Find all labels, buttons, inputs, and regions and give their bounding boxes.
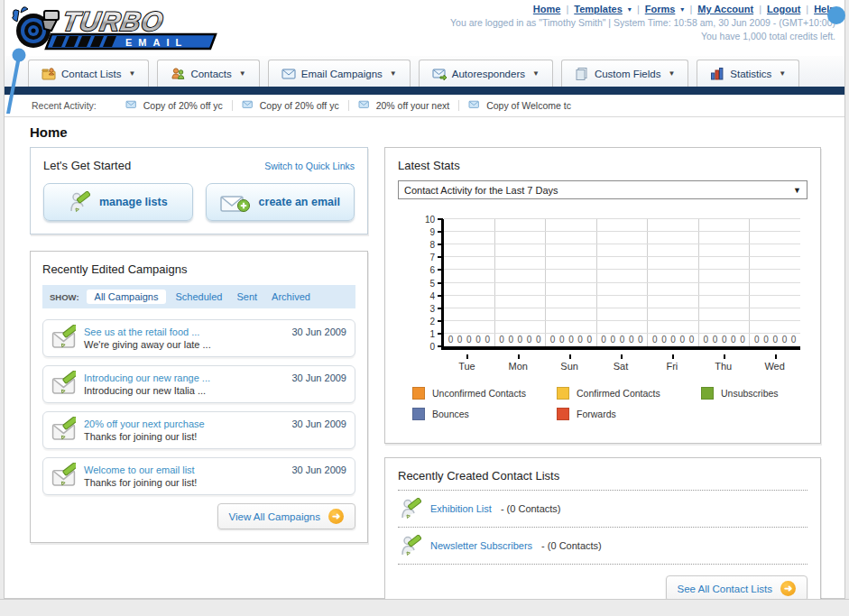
chart-y-tick-mark: [438, 256, 443, 258]
campaign-list-item[interactable]: See us at the retail food ...We're givin…: [42, 319, 355, 357]
campaign-list-item[interactable]: Welcome to our email listThanks for join…: [42, 457, 355, 495]
envelope-pencil-icon: [51, 417, 76, 444]
chart-gridline: [444, 269, 800, 270]
contact-list-name-link[interactable]: Exhibition List: [430, 503, 492, 514]
login-status-text: You are logged in as "Timothy Smith" | S…: [450, 17, 835, 28]
tab-contacts[interactable]: Contacts▼: [157, 60, 259, 87]
chart-y-tick-label: 5: [429, 278, 435, 288]
legend-label: Unconfirmed Contacts: [432, 388, 526, 399]
tab-label: Statistics: [730, 69, 771, 79]
recent-activity-item[interactable]: Copy of 20% off yc: [116, 100, 233, 111]
recent-activity-item[interactable]: Copy of 20% off yc: [233, 100, 349, 111]
top-nav-link-logout[interactable]: Logout: [767, 4, 800, 14]
chart-gridline: [444, 308, 800, 308]
campaign-title-link[interactable]: Introducing our new range ...: [84, 372, 291, 383]
chart-day-group: 00000: [699, 219, 751, 346]
view-all-campaigns-button[interactable]: View All Campaigns ➜: [217, 503, 355, 529]
recent-activity-item-label: Copy of Welcome tc: [486, 100, 571, 111]
stats-period-value: Contact Activity for the Last 7 Days: [404, 185, 558, 196]
see-all-contact-lists-button[interactable]: See All Contact Lists ➜: [666, 575, 807, 602]
chart-y-tick-mark: [438, 345, 443, 347]
chevron-down-icon: ▾: [680, 5, 684, 14]
chart-value-label: 0: [536, 336, 541, 345]
contact-list-item[interactable]: Newsletter Subscribers- (0 Contacts): [398, 528, 807, 564]
top-nav-link-forms[interactable]: Forms: [645, 4, 676, 14]
chart-gridline: [444, 333, 800, 334]
chart-x-tick-label: Thu: [697, 354, 749, 374]
chart-gridline: [444, 244, 800, 244]
chart-value-label: 0: [527, 336, 532, 345]
show-label: SHOW:: [50, 292, 79, 302]
chart-day-group: 00000: [546, 219, 597, 346]
create-an-email-button[interactable]: create an email: [206, 183, 355, 221]
help-bubble-icon[interactable]: [827, 6, 845, 24]
campaign-subject: Thanks for joining our list!: [84, 477, 291, 488]
campaign-subject: Introducing our new Italia ...: [84, 385, 291, 396]
chart-value-label: 0: [722, 336, 727, 345]
get-started-panel: Let's Get Started Switch to Quick Links …: [30, 147, 368, 234]
chart-value-label: 0: [772, 336, 778, 345]
campaign-filters: All CampaignsScheduledSentArchived: [87, 290, 325, 304]
envelope-pencil-icon: [51, 325, 76, 352]
contact-list-name-link[interactable]: Newsletter Subscribers: [430, 540, 532, 551]
tab-autoresponders[interactable]: Autoresponders▼: [419, 60, 553, 87]
arrow-right-icon: ➜: [328, 509, 344, 524]
recent-contact-lists-title: Recently Created Contact Lists: [398, 469, 807, 483]
chart-value-label: 0: [629, 336, 634, 345]
chart-y-tick-mark: [438, 308, 443, 309]
campaign-date: 30 Jun 2009: [291, 372, 346, 383]
top-nav-link-templates[interactable]: Templates: [574, 4, 623, 14]
chart-y-tick-label: 1: [429, 328, 435, 338]
chart-x-tick-label: Sun: [544, 354, 595, 374]
chart-x-tick-label: Tue: [441, 354, 493, 374]
tab-custom-fields[interactable]: Custom Fields▼: [561, 60, 688, 87]
contact-list-item[interactable]: Exhibition List- (0 Contacts): [398, 491, 807, 527]
button-label: create an email: [259, 196, 340, 208]
credits-text: You have 1,000 total credits left.: [450, 31, 835, 41]
chart-value-label: 0: [689, 336, 695, 345]
tab-contact-lists[interactable]: Contact Lists▼: [28, 60, 149, 87]
filter-all-campaigns[interactable]: All Campaigns: [87, 290, 167, 304]
chart-value-label: 0: [704, 336, 709, 345]
tab-email-campaigns[interactable]: Email Campaigns▼: [268, 60, 411, 87]
stats-period-dropdown[interactable]: Contact Activity for the Last 7 Days ▼: [398, 180, 807, 199]
chart-y-tick-label: 10: [425, 215, 435, 225]
legend-swatch: [412, 387, 425, 400]
filter-sent[interactable]: Sent: [236, 291, 257, 302]
campaign-title-link[interactable]: 20% off your next purchase: [84, 418, 291, 429]
chart-y-tick-label: 9: [429, 227, 435, 237]
chart-value-label: 0: [568, 336, 574, 345]
filter-scheduled[interactable]: Scheduled: [175, 291, 222, 302]
chart-y-tick-mark: [438, 269, 443, 271]
envelope-pencil-icon: [51, 371, 76, 398]
custom-fields-documents-icon: [575, 67, 589, 80]
filter-archived[interactable]: Archived: [272, 291, 310, 302]
switch-to-quick-links-link[interactable]: Switch to Quick Links: [264, 161, 355, 171]
manage-lists-button[interactable]: manage lists: [43, 183, 193, 221]
chart-x-tick-label: Mon: [493, 354, 544, 374]
view-all-campaigns-label: View All Campaigns: [229, 511, 320, 522]
chart-y-tick-mark: [438, 218, 443, 220]
chart-value-label: 0: [550, 336, 556, 345]
latest-stats-title: Latest Stats: [398, 159, 807, 172]
tab-statistics[interactable]: Statistics▼: [697, 60, 799, 87]
campaign-title-link[interactable]: Welcome to our email list: [84, 464, 291, 475]
statistics-chart-icon: [710, 67, 724, 80]
top-nav-link-home[interactable]: Home: [533, 4, 561, 14]
recent-campaigns-title: Recently Edited Campaigns: [42, 262, 355, 276]
recent-activity-item[interactable]: 20% off your next: [349, 100, 460, 111]
campaign-list-item[interactable]: Introducing our new range ...Introducing…: [42, 365, 355, 403]
main-menu-bar: Contact Lists▼Contacts▼Email Campaigns▼A…: [5, 56, 844, 87]
envelope-pencil-icon: [51, 325, 76, 348]
tab-label: Contact Lists: [61, 69, 121, 79]
legend-label: Unsubscribes: [721, 388, 779, 399]
chevron-down-icon: ▼: [668, 69, 675, 78]
recent-activity-item[interactable]: Copy of Welcome tc: [459, 100, 580, 111]
chevron-down-icon: ▼: [532, 69, 540, 78]
top-nav-link-my-account[interactable]: My Account: [697, 4, 753, 14]
campaign-title-link[interactable]: See us at the retail food ...: [84, 326, 291, 337]
nav-separator: |: [759, 4, 761, 14]
dotted-divider: [398, 564, 807, 565]
campaign-list-item[interactable]: 20% off your next purchaseThanks for joi…: [42, 411, 355, 449]
chevron-down-icon: ▼: [128, 69, 135, 78]
